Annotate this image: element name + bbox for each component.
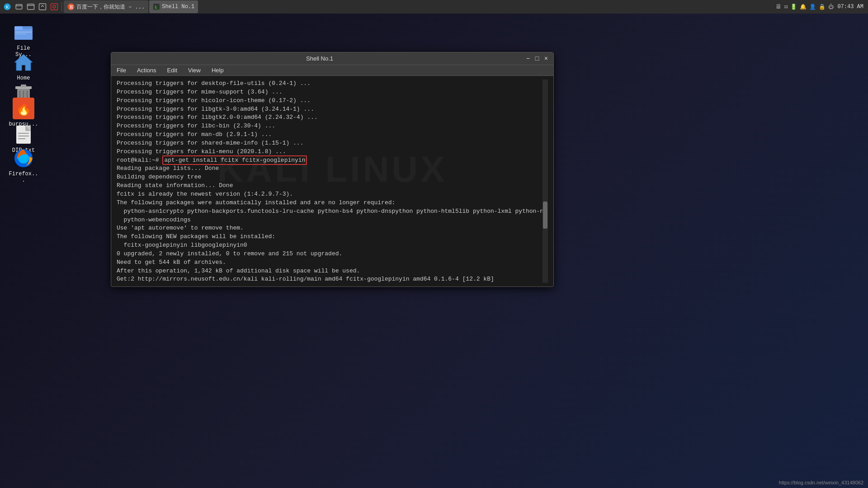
status-url: https://blog.csdn.net/weixin_43148062 (779, 480, 863, 485)
taskbar-app-terminal-label: Shell No.1 (162, 4, 194, 10)
svg-text:百: 百 (69, 5, 74, 10)
terminal-controls: − □ × (524, 55, 550, 62)
notification-icon: 🔔 (800, 4, 807, 10)
power-icon: ⏻ (828, 4, 834, 10)
terminal-body[interactable]: Processing triggers for desktop-file-uti… (111, 76, 553, 286)
taskbar-app-browser-label: 百度一下，你就知道 – ... (76, 3, 145, 11)
terminal-menu-file[interactable]: File (115, 67, 128, 74)
taskbar-left: K 百 百度一下，你就知道 – ... (0, 0, 200, 13)
taskbar-app-terminal[interactable]: $_ Shell No.1 (149, 0, 198, 13)
terminal-menu-edit[interactable]: Edit (165, 67, 179, 74)
output-after-command: Reading package lists... Done Building d… (117, 165, 542, 283)
terminal-maximize-button[interactable]: □ (533, 55, 541, 62)
taskbar-browser-icon[interactable] (25, 1, 36, 12)
terminal-scrollbar[interactable] (542, 80, 548, 283)
taskbar-terminal-icon[interactable] (37, 1, 48, 12)
filesystem-icon (13, 22, 34, 43)
desktop-icon-firefox[interactable]: Firefox... (5, 145, 42, 186)
monitor-icon: 🖥 (775, 3, 782, 10)
taskbar: K 百 百度一下，你就知道 – ... (0, 0, 868, 14)
desktop: K 百 百度一下，你就知道 – ... (0, 0, 868, 488)
terminal-taskbar-icon: $_ (153, 3, 160, 10)
terminal-window: KALI LINUX Shell No.1 − □ × File Actions… (111, 52, 554, 287)
svg-rect-13 (14, 26, 23, 30)
svg-rect-30 (18, 136, 29, 136)
burpsuite-icon: 🔥 (13, 98, 34, 119)
terminal-minimize-button[interactable]: − (524, 55, 532, 62)
terminal-titlebar: Shell No.1 − □ × (111, 52, 553, 65)
user-icon: 👤 (809, 4, 816, 10)
dirtxt-icon (13, 124, 34, 145)
svg-rect-29 (18, 133, 29, 134)
svg-rect-2 (16, 5, 22, 9)
terminal-output: Processing triggers for desktop-file-uti… (117, 80, 542, 283)
svg-rect-14 (15, 32, 32, 33)
svg-rect-31 (18, 138, 25, 139)
terminal-menubar: File Actions Edit View Help (111, 65, 553, 76)
svg-text:K: K (6, 5, 9, 10)
terminal-menu-actions[interactable]: Actions (135, 67, 158, 74)
taskbar-kali-icon[interactable]: K (2, 1, 13, 12)
svg-rect-5 (51, 4, 58, 10)
svg-rect-3 (28, 4, 34, 9)
taskbar-time: 07:43 AM (837, 4, 863, 10)
output-line-1: Processing triggers for desktop-file-uti… (117, 80, 318, 164)
svg-rect-20 (21, 84, 26, 87)
taskbar-files-icon[interactable] (14, 1, 24, 12)
terminal-scrollbar-thumb[interactable] (543, 202, 547, 229)
svg-rect-15 (15, 33, 26, 34)
taskbar-config-icon[interactable] (49, 1, 60, 12)
terminal-close-button[interactable]: × (542, 55, 550, 62)
svg-point-6 (53, 5, 56, 8)
svg-text:🔥: 🔥 (16, 101, 32, 116)
firefox-label: Firefox... (8, 171, 39, 183)
terminal-menu-help[interactable]: Help (210, 67, 226, 74)
taskbar-app-browser[interactable]: 百 百度一下，你就知道 – ... (64, 0, 148, 13)
svg-rect-4 (39, 4, 46, 10)
lock-icon: 🔒 (819, 4, 826, 10)
home-icon (13, 52, 34, 73)
browser-icon: 百 (67, 3, 75, 10)
firefox-icon (13, 147, 34, 169)
svg-marker-16 (14, 54, 33, 70)
svg-text:$_: $_ (155, 5, 160, 9)
taskbar-separator (61, 2, 62, 11)
network-icon: ⊟ (784, 4, 788, 10)
highlighted-command: apt-get install fcitx fcitx-googlepinyin (162, 155, 307, 165)
battery-icon: 🔋 (790, 4, 797, 10)
terminal-menu-view[interactable]: View (186, 67, 203, 74)
terminal-title: Shell No.1 (115, 55, 524, 62)
taskbar-right: 🖥 ⊟ 🔋 🔔 👤 🔒 ⏻ 07:43 AM (775, 3, 868, 10)
taskbar-status-icons: 🖥 ⊟ 🔋 🔔 👤 🔒 ⏻ (775, 3, 834, 10)
